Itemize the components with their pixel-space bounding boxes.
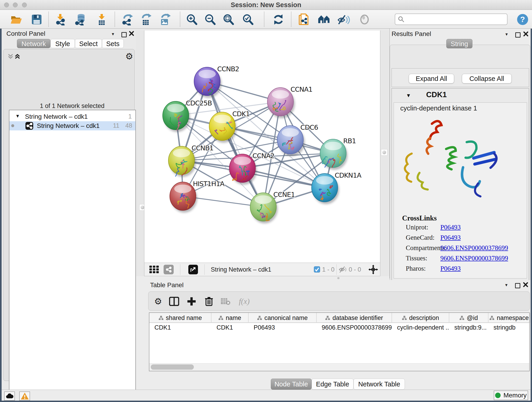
vertical-splitter-right[interactable] <box>380 31 389 279</box>
network-row-selected[interactable]: String Network – cdk1 11 48 <box>9 121 135 130</box>
column-header-shared-name[interactable]: shared name <box>149 313 211 323</box>
toolbar-separator <box>336 264 336 275</box>
node-CDC6[interactable]: CDC6 <box>277 123 318 156</box>
table-horizontal-scrollbar[interactable] <box>149 363 529 371</box>
import-table-button[interactable] <box>95 13 108 26</box>
tab-edge-table[interactable]: Edge Table <box>312 379 354 390</box>
crosslink-link[interactable]: P06493 <box>440 223 461 231</box>
zoom-out-button[interactable] <box>204 13 216 26</box>
table-cell[interactable]: P06493 <box>249 323 317 332</box>
help-button[interactable]: ? <box>516 13 529 26</box>
selected-checkbox[interactable] <box>314 266 320 273</box>
zoom-fit-button[interactable] <box>222 13 235 26</box>
results-panel-close-button[interactable] <box>523 31 529 37</box>
node-RB1[interactable]: RB1 <box>320 137 356 170</box>
memory-button[interactable]: Memory <box>494 390 528 400</box>
show-columns-button[interactable] <box>168 295 181 308</box>
table-cell[interactable]: stringdb:9... <box>449 323 488 332</box>
warnings-button[interactable] <box>19 391 30 401</box>
table-panel-float-button[interactable] <box>515 283 520 288</box>
open-session-button[interactable] <box>10 13 23 26</box>
node-HIST1H1A[interactable]: HIST1H1A <box>170 180 225 213</box>
save-floppy-icon <box>31 13 43 26</box>
export-network-button[interactable] <box>121 13 134 26</box>
network-canvas[interactable]: CCNB2CCNA1CDC25BCDK1CDC6RB1CCNB1CCNA2CDK… <box>144 31 380 263</box>
cloud-status-button[interactable] <box>4 391 15 401</box>
table-row[interactable]: CDK1CDK1P064939606.ENSP00000378699cyclin… <box>149 323 529 332</box>
expand-all-networks-icon[interactable] <box>14 53 21 60</box>
node-CDK1[interactable]: CDK1 <box>209 110 250 143</box>
node-CCNB1[interactable]: CCNB1 <box>168 144 214 177</box>
column-header--id[interactable]: @id <box>449 313 488 323</box>
zoom-in-button[interactable] <box>185 13 198 26</box>
column-header-description[interactable]: description <box>392 313 449 323</box>
first-neighbors-button[interactable] <box>318 13 331 26</box>
crosslink-link[interactable]: P06493 <box>440 234 461 241</box>
collapse-all-button[interactable]: Collapse All <box>462 74 512 83</box>
collection-disclosure-icon[interactable]: ▼ <box>15 114 20 119</box>
table-cell[interactable]: CDK1 <box>149 323 211 332</box>
gene-disclosure-icon[interactable]: ▼ <box>406 93 411 99</box>
tab-network[interactable]: Network <box>17 39 51 48</box>
expand-all-button[interactable]: Expand All <box>409 74 454 83</box>
birds-eye-view-button[interactable] <box>149 266 159 274</box>
pan-mode-button[interactable] <box>368 265 378 274</box>
network-overview-toggle[interactable] <box>164 265 174 274</box>
node-CCNB2[interactable]: CCNB2 <box>194 65 239 98</box>
open-in-cytoscape-web-button[interactable] <box>298 13 310 26</box>
network-options-gear-icon[interactable]: ⚙ <box>125 52 133 61</box>
import-network-button[interactable] <box>54 13 67 26</box>
import-network-from-database-button[interactable] <box>74 13 87 26</box>
show-all-button[interactable] <box>358 13 371 26</box>
scrollbar-thumb[interactable] <box>151 364 194 370</box>
tab-select[interactable]: Select <box>75 39 102 48</box>
node-CDKN1A[interactable]: CDKN1A <box>312 172 361 204</box>
crosslink-link[interactable]: 9606.ENSP00000378699 <box>440 254 508 262</box>
splitter-collapse-handle[interactable] <box>381 149 387 156</box>
export-image-button[interactable] <box>158 13 171 26</box>
control-panel-float-button[interactable] <box>121 32 127 37</box>
tab-string[interactable]: String <box>446 39 472 48</box>
control-panel-menu-caret[interactable]: ▾ <box>112 31 114 37</box>
save-session-button[interactable] <box>30 13 43 26</box>
export-table-button[interactable] <box>139 13 152 26</box>
table-cell[interactable]: 9606.ENSP00000378699 <box>317 323 392 332</box>
delete-column-button[interactable] <box>203 295 215 308</box>
search-box[interactable] <box>395 13 507 25</box>
refresh-button[interactable] <box>272 13 285 26</box>
column-namespace-icon <box>218 316 223 320</box>
tab-network-table[interactable]: Network Table <box>354 379 405 390</box>
network-graph: CCNB2CCNA1CDC25BCDK1CDC6RB1CCNB1CCNA2CDK… <box>144 31 380 262</box>
table-cell[interactable]: cyclin-dependent ... <box>392 323 449 332</box>
network-collection-row[interactable]: ▼ String Network – cdk1 1 <box>9 112 135 121</box>
results-panel-menu-caret[interactable]: ▾ <box>505 32 508 37</box>
table-panel-menu-caret[interactable]: ▾ <box>505 282 507 288</box>
node-CCNA1[interactable]: CCNA1 <box>267 85 312 118</box>
column-header-name[interactable]: name <box>211 313 249 323</box>
network-type-icon <box>25 122 33 130</box>
tab-sets[interactable]: Sets <box>102 39 124 48</box>
zoom-selected-button[interactable] <box>241 13 254 26</box>
table-cell[interactable]: stringdb <box>488 323 530 332</box>
column-header-canonical-name[interactable]: canonical name <box>249 313 317 323</box>
tab-node-table[interactable]: Node Table <box>271 379 312 390</box>
create-column-button[interactable] <box>185 295 198 308</box>
table-panel-close-button[interactable] <box>523 282 528 287</box>
tab-style[interactable]: Style <box>51 39 75 48</box>
column-header-namespace[interactable]: namespace <box>488 313 530 323</box>
search-input[interactable] <box>406 16 503 23</box>
open-view-externally-button[interactable] <box>188 265 198 274</box>
column-header-database-identifier[interactable]: database identifier <box>317 313 392 323</box>
node-CCNE1[interactable]: CCNE1 <box>250 191 295 223</box>
node-table[interactable]: shared namenamecanonical namedatabase id… <box>149 313 530 371</box>
collapse-all-networks-icon[interactable] <box>7 53 14 60</box>
table-options-gear-icon[interactable]: ⚙ <box>152 295 165 308</box>
crosslink-link[interactable]: P06493 <box>440 265 461 272</box>
crosslink-link[interactable]: 9606.ENSP00000378699 <box>440 244 508 252</box>
results-panel-float-button[interactable] <box>515 32 520 38</box>
hide-selected-button[interactable] <box>337 13 350 26</box>
control-panel-close-button[interactable] <box>129 31 134 36</box>
table-cell[interactable]: CDK1 <box>211 323 249 332</box>
control-panel-title: Control Panel <box>6 30 45 37</box>
column-header-label: database identifier <box>332 314 383 322</box>
